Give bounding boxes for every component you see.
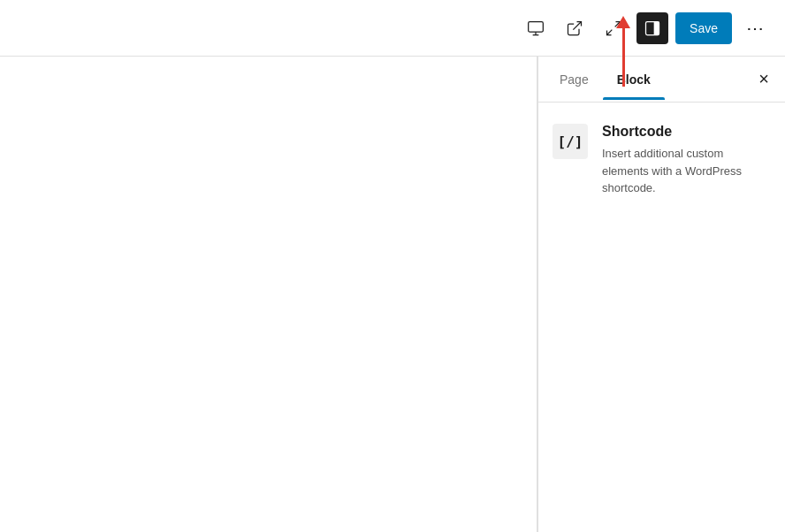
sidebar-close-button[interactable]: × xyxy=(750,65,778,94)
arrow-annotation xyxy=(616,16,630,87)
svg-rect-0 xyxy=(529,21,544,32)
block-info-section: [/] Shortcode Insert additional custom e… xyxy=(538,103,785,218)
toolbar: Save ⋯ xyxy=(0,0,785,57)
arrow-line xyxy=(622,28,625,87)
save-button[interactable]: Save xyxy=(675,12,732,44)
sidebar-tabs: Page Block × xyxy=(538,57,785,103)
block-description: Insert additional custom elements with a… xyxy=(602,145,771,197)
external-link-button[interactable] xyxy=(559,12,591,44)
tab-page[interactable]: Page xyxy=(545,60,603,99)
svg-line-1 xyxy=(573,21,581,29)
tab-block[interactable]: Block xyxy=(603,60,665,99)
sidebar-toggle-button[interactable] xyxy=(636,12,668,44)
svg-line-3 xyxy=(607,29,613,34)
more-options-button[interactable]: ⋯ xyxy=(739,12,771,44)
sidebar-panel: Page Block × [/] Shortcode Insert additi… xyxy=(537,57,785,532)
block-title: Shortcode xyxy=(602,124,771,140)
main-area: Page Block × [/] Shortcode Insert additi… xyxy=(0,57,785,532)
block-text: Shortcode Insert additional custom eleme… xyxy=(602,124,771,197)
svg-rect-5 xyxy=(654,21,659,34)
desktop-view-button[interactable] xyxy=(520,12,552,44)
block-icon: [/] xyxy=(553,124,588,159)
editor-area xyxy=(0,57,537,532)
arrow-head xyxy=(616,16,630,28)
